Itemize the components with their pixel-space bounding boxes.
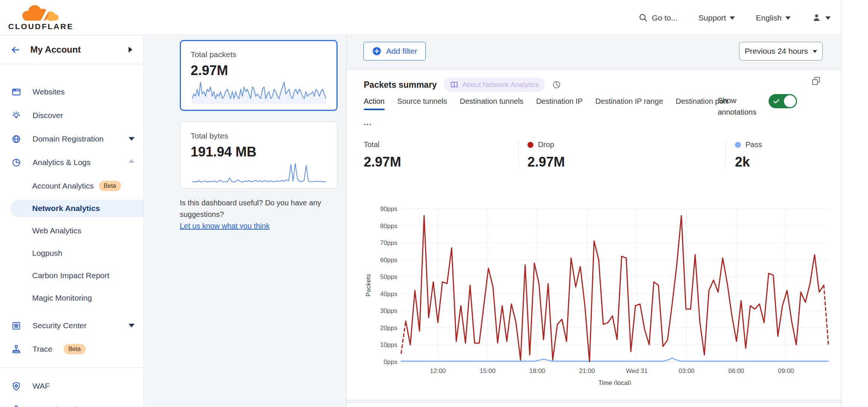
search-icon [638,13,648,23]
sidebar-item-web-analytics[interactable]: Web Analytics [0,222,144,239]
sidebar-item-security-center[interactable]: Security Center [0,317,144,334]
safe-icon [11,321,21,331]
book-icon [450,80,459,89]
user-icon [812,13,822,23]
support-menu[interactable]: Support [699,13,735,22]
svg-text:20pps: 20pps [380,324,397,332]
svg-text:60pps: 60pps [380,257,397,264]
svg-text:03:00: 03:00 [678,367,695,375]
cloudflare-logo[interactable]: CLOUDFLARE [8,3,72,30]
svg-text:21:00: 21:00 [579,367,595,375]
goto-search[interactable]: Go to... [638,13,678,23]
show-annotations-label: Show annotations [718,95,766,118]
svg-text:10pps: 10pps [380,341,397,348]
card-value: 2.97M [191,63,327,78]
svg-text:90pps: 90pps [380,205,397,212]
beta-badge: Beta [99,181,121,191]
network-tree-icon [11,405,21,407]
plus-circle-icon [372,46,382,56]
tab-source-tunnels[interactable]: Source tunnels [397,97,447,110]
sidebar-item-trace[interactable]: Trace Beta [0,341,144,358]
language-label: English [756,13,782,22]
svg-text:12:00: 12:00 [430,367,446,375]
sidebar-item-domain-registration[interactable]: Domain Registration [0,130,144,147]
check-icon [773,97,780,105]
chevron-down-icon [785,16,791,22]
account-name: My Account [30,44,129,55]
dimension-tabs: Action Source tunnels Destination tunnel… [364,97,730,131]
sidebar-item-carbon-impact-report[interactable]: Carbon Impact Report [0,267,144,284]
top-header: CLOUDFLARE Go to... Support English [0,0,841,35]
feedback-link[interactable]: Let us know what you think [180,222,270,230]
shield-gear-icon [11,381,21,391]
tab-action[interactable]: Action [364,97,385,110]
drop-dot [527,142,533,148]
svg-text:80pps: 80pps [380,223,397,230]
cloudflare-wordmark: CLOUDFLARE [8,22,72,30]
tab-destination-ip-range[interactable]: Destination IP range [595,97,663,110]
tab-more[interactable]: ... [364,118,372,131]
card-value: 191.94 MB [191,144,327,160]
sidebar-item-network-analytics[interactable]: Network Analytics [10,200,144,217]
globe-icon [11,134,21,144]
next-panel-edge [346,403,841,407]
chevron-right-icon[interactable] [129,47,135,53]
panel-title: Packets summary [364,80,437,90]
browser-window-icon [11,87,21,97]
sidebar-item-magic-monitoring[interactable]: Magic Monitoring [0,289,144,307]
cloudflare-cloud-icon [18,3,62,22]
sidebar-item-discover[interactable]: Discover [0,107,144,124]
tab-destination-ip[interactable]: Destination IP [536,97,583,110]
pie-timer-icon[interactable] [552,80,561,90]
sidebar-item-logpush[interactable]: Logpush [0,245,144,262]
language-menu[interactable]: English [756,13,791,22]
pass-dot [735,142,741,148]
svg-text:40pps: 40pps [380,291,397,298]
chevron-down-icon [730,16,735,22]
chevron-down-icon [129,324,135,330]
stats-row: Total 2.97M Drop 2.97M Pass 2k [347,140,842,170]
svg-text:Wed 31: Wed 31 [626,367,647,375]
metric-card-total-packets[interactable]: Total packets 2.97M [180,40,338,111]
svg-text:Time (local): Time (local) [598,379,631,385]
svg-text:50pps: 50pps [380,273,397,280]
support-label: Support [699,13,726,22]
beta-badge: Beta [64,344,86,354]
add-filter-button[interactable]: Add filter [363,42,426,60]
toggle-knob [784,95,796,107]
metric-card-total-bytes[interactable]: Total bytes 191.94 MB [180,121,338,189]
sidebar-item-account-analytics[interactable]: Account Analytics Beta [0,177,144,195]
svg-text:06:00: 06:00 [728,367,744,375]
lightbulb-icon [11,111,21,121]
sidebar-item-analytics-logs[interactable]: Analytics & Logs [0,154,144,171]
svg-text:09:00: 09:00 [778,367,794,375]
tab-destination-tunnels[interactable]: Destination tunnels [460,97,523,110]
feedback-block: Is this dashboard useful? Do you have an… [180,197,341,232]
account-menu[interactable] [812,13,831,23]
goto-label: Go to... [652,13,678,22]
svg-text:0pps: 0pps [384,358,397,366]
back-arrow-icon[interactable] [10,45,21,55]
divider [0,367,144,368]
sidebar-item-dns-firewall[interactable]: DNS Firewall [0,401,144,407]
trace-tree-icon [11,344,21,354]
chevron-down-icon [825,16,831,22]
svg-text:70pps: 70pps [380,239,397,246]
about-network-analytics-badge[interactable]: About Network Analytics [444,78,545,92]
total-packets-sparkline [191,78,327,107]
sidebar: My Account Websites Discover Domain Regi… [0,35,144,407]
total-bytes-sparkline [191,160,327,188]
chevron-down-icon [129,137,135,144]
card-title: Total bytes [191,131,327,140]
expand-panel-icon[interactable] [810,75,822,87]
show-annotations-toggle[interactable] [769,94,797,108]
time-range-select[interactable]: Previous 24 hours [739,42,823,60]
chevron-down-icon [813,50,817,55]
chevron-up-icon [129,159,135,163]
sidebar-item-waf[interactable]: WAF [0,378,144,395]
stat-total: Total 2.97M [347,140,518,170]
sidebar-item-websites[interactable]: Websites [0,83,144,100]
feedback-question: Is this dashboard useful? Do you have an… [180,199,321,218]
cloudflare-dashboard: CLOUDFLARE Go to... Support English [0,0,868,407]
pie-chart-icon [11,158,21,168]
